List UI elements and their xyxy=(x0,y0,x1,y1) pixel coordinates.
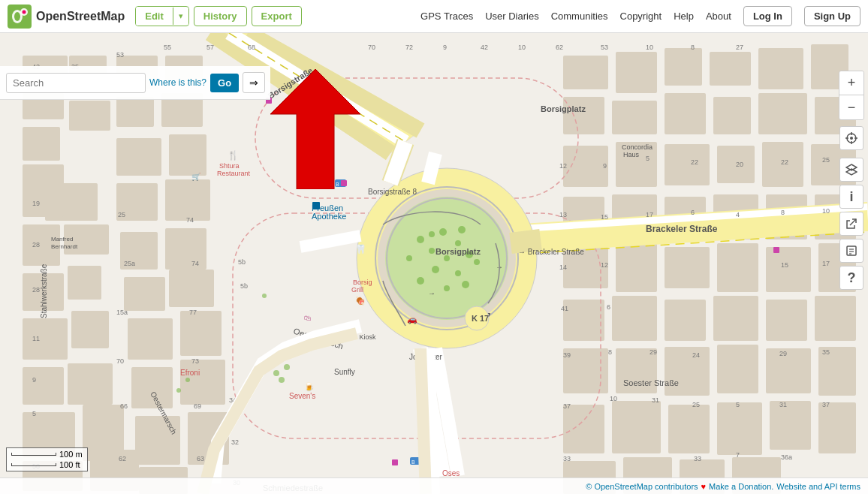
svg-rect-34 xyxy=(165,228,206,270)
geolocate-button[interactable] xyxy=(839,126,863,150)
map-container[interactable]: Borsigstraße Borsigplatz Brackeler Straß… xyxy=(0,33,868,494)
svg-point-239 xyxy=(284,364,290,370)
logo-text: OpenStreetMap xyxy=(36,10,125,23)
svg-text:Apotheke: Apotheke xyxy=(312,212,346,221)
svg-rect-17 xyxy=(23,318,68,360)
svg-text:Shtura: Shtura xyxy=(219,162,240,170)
svg-text:24: 24 xyxy=(692,351,700,359)
svg-text:25: 25 xyxy=(692,401,700,408)
svg-text:74: 74 xyxy=(186,216,194,224)
user-diaries-link[interactable]: User Diaries xyxy=(485,11,539,22)
directions-icon: ⇒ xyxy=(249,77,258,89)
svg-text:10: 10 xyxy=(646,44,653,51)
logo-area: OpenStreetMap xyxy=(8,5,125,29)
svg-point-103 xyxy=(455,240,461,246)
map-svg[interactable]: Borsigstraße Borsigplatz Brackeler Straß… xyxy=(0,33,868,494)
svg-text:15: 15 xyxy=(601,213,608,221)
go-button[interactable]: Go xyxy=(210,74,239,92)
svg-rect-89 xyxy=(717,402,762,455)
copyright-link[interactable]: Copyright xyxy=(620,11,662,22)
osm-copyright-link[interactable]: © OpenStreetMap contributors xyxy=(586,482,698,491)
scale-label-m: 100 m xyxy=(59,450,83,459)
zoom-out-button[interactable]: − xyxy=(839,95,863,119)
svg-rect-54 xyxy=(758,93,807,134)
svg-text:B: B xyxy=(411,459,415,465)
svg-rect-88 xyxy=(668,405,710,453)
svg-point-108 xyxy=(406,255,412,261)
signup-button[interactable]: Sign Up xyxy=(804,6,860,26)
svg-point-4 xyxy=(23,10,26,14)
about-link[interactable]: About xyxy=(706,11,731,22)
svg-text:9: 9 xyxy=(443,44,447,51)
info-button[interactable]: i xyxy=(839,185,863,209)
svg-point-242 xyxy=(262,294,267,298)
svg-rect-30 xyxy=(169,134,206,176)
svg-point-237 xyxy=(273,370,279,376)
svg-point-241 xyxy=(176,388,181,393)
directions-button[interactable]: ⇒ xyxy=(243,72,265,93)
svg-text:B: B xyxy=(336,182,339,187)
communities-link[interactable]: Communities xyxy=(551,11,608,22)
layers-button[interactable] xyxy=(839,158,863,182)
query-icon: ? xyxy=(848,270,856,286)
svg-line-258 xyxy=(850,219,856,225)
svg-text:Seven's: Seven's xyxy=(289,392,315,400)
help-link[interactable]: Help xyxy=(674,11,694,22)
svg-text:Borsigplatz: Borsigplatz xyxy=(541,104,586,113)
svg-text:Grill: Grill xyxy=(351,286,363,294)
login-button[interactable]: Log In xyxy=(743,6,792,26)
svg-text:Sunfly: Sunfly xyxy=(334,368,355,376)
search-input[interactable] xyxy=(6,73,146,93)
export-button[interactable]: Export xyxy=(252,6,302,26)
svg-rect-19 xyxy=(23,367,64,405)
svg-text:25a: 25a xyxy=(124,260,135,267)
svg-text:5b: 5b xyxy=(238,258,246,266)
svg-text:39: 39 xyxy=(563,351,571,359)
svg-text:🍺: 🍺 xyxy=(304,381,315,392)
note-button[interactable] xyxy=(839,239,863,263)
where-is-this-link[interactable]: Where is this? xyxy=(149,77,206,88)
share-button[interactable] xyxy=(839,212,863,236)
svg-rect-58 xyxy=(665,144,710,185)
donate-link[interactable]: Make a Donation. xyxy=(709,482,773,491)
svg-text:Brackeler Straße: Brackeler Straße xyxy=(646,224,718,234)
svg-text:K 17: K 17 xyxy=(472,314,489,323)
svg-text:8: 8 xyxy=(781,209,785,216)
svg-text:🛒: 🛒 xyxy=(191,172,201,182)
svg-rect-36 xyxy=(169,270,214,307)
svg-text:28: 28 xyxy=(32,241,40,249)
svg-text:Borsigstraße 8: Borsigstraße 8 xyxy=(368,188,417,196)
svg-text:57: 57 xyxy=(206,44,214,51)
edit-dropdown-button[interactable]: ▾ xyxy=(173,8,188,25)
svg-text:29: 29 xyxy=(779,350,787,357)
gps-traces-link[interactable]: GPS Traces xyxy=(420,11,473,22)
query-button[interactable]: ? xyxy=(839,266,863,290)
svg-text:77: 77 xyxy=(189,309,197,316)
svg-text:🚗: 🚗 xyxy=(407,314,417,324)
svg-rect-50 xyxy=(563,97,604,134)
svg-rect-72 xyxy=(766,247,811,292)
zoom-control-group: + − xyxy=(839,71,864,120)
svg-point-105 xyxy=(444,255,450,261)
svg-point-109 xyxy=(474,259,480,265)
svg-text:4: 4 xyxy=(736,211,740,218)
zoom-in-button[interactable]: + xyxy=(839,71,863,95)
right-nav: GPS Traces User Diaries Communities Copy… xyxy=(420,6,860,26)
svg-text:31: 31 xyxy=(779,401,787,408)
svg-text:19: 19 xyxy=(32,200,40,207)
edit-button[interactable]: Edit xyxy=(136,7,173,26)
svg-text:72: 72 xyxy=(405,44,413,51)
svg-rect-82 xyxy=(665,347,710,396)
history-button[interactable]: History xyxy=(194,6,247,26)
svg-text:→: → xyxy=(428,289,436,297)
svg-text:25: 25 xyxy=(822,156,830,164)
website-terms-link[interactable]: Website and API terms xyxy=(776,482,860,491)
svg-point-107 xyxy=(455,270,461,276)
svg-text:→ Brackeler Straße: → Brackeler Straße xyxy=(518,248,584,256)
svg-text:5: 5 xyxy=(646,155,649,162)
note-icon xyxy=(845,245,857,257)
svg-text:35: 35 xyxy=(822,348,830,356)
svg-point-113 xyxy=(429,231,435,237)
header: OpenStreetMap Edit ▾ History Export GPS … xyxy=(0,0,868,33)
svg-rect-90 xyxy=(770,401,811,450)
